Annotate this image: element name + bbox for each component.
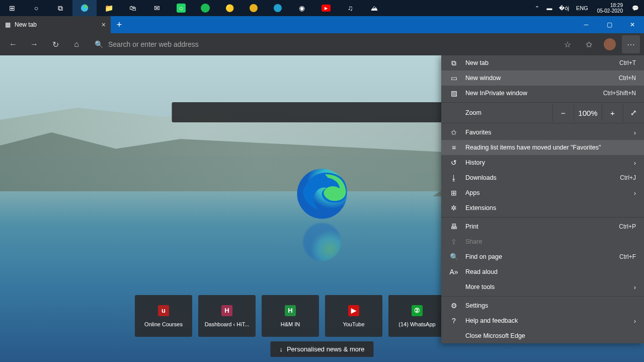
taskbar-tray: ⌃ ▬ �ój ENG 18:29 05-02-2020 💬 <box>535 3 644 14</box>
quick-link-tile[interactable]: H H&M IN <box>262 295 319 337</box>
explorer-icon[interactable]: 📁 <box>97 0 121 16</box>
favorites-button[interactable]: ✩ <box>580 35 598 53</box>
browser-titlebar: ▦ New tab × + ─ ▢ ✕ <box>0 16 644 33</box>
menu-item-label: Print <box>465 223 478 230</box>
menu-item[interactable]: ⭳ DownloadsCtrl+J <box>441 170 644 185</box>
menu-item[interactable]: ▭ New windowCtrl+N <box>441 70 644 86</box>
quick-link-tile[interactable]: ▶ YouTube <box>325 295 382 337</box>
tab-close-button[interactable]: × <box>102 21 106 29</box>
tray-chevron-icon[interactable]: ⌃ <box>535 5 539 12</box>
menu-item-label: Read aloud <box>465 268 498 275</box>
menu-item[interactable]: 🔍 Find on pageCtrl+F <box>441 249 644 264</box>
menu-item-label: Help and feedback <box>465 317 518 324</box>
zoom-label: Zoom <box>441 109 481 116</box>
new-tab-button[interactable]: + <box>111 16 128 33</box>
edge-logo-reflection <box>292 222 352 267</box>
mail-icon[interactable]: ✉ <box>145 0 169 16</box>
menu-shortcut: Ctrl+J <box>620 174 636 181</box>
minimize-button[interactable]: ─ <box>575 16 598 33</box>
menu-shortcut: Ctrl+F <box>619 253 636 260</box>
more-menu-button[interactable]: ⋯ <box>622 35 640 53</box>
menu-item[interactable]: ≡ Reading list items have moved under "F… <box>441 140 644 155</box>
app2-icon[interactable]: ♫ <box>338 0 362 16</box>
menu-item[interactable]: ⊞ Apps› <box>441 185 644 200</box>
quick-link-tile[interactable]: u Online Courses <box>135 295 192 337</box>
address-bar[interactable]: 🔍 Search or enter web address <box>89 36 555 52</box>
ntp-search-box[interactable] <box>172 102 472 122</box>
menu-item[interactable]: A» Read aloud <box>441 264 644 279</box>
menu-item[interactable]: ↺ History› <box>441 155 644 170</box>
menu-item[interactable]: 🖶 PrintCtrl+P <box>441 219 644 234</box>
address-placeholder: Search or enter web address <box>108 40 199 48</box>
refresh-button[interactable]: ↻ <box>46 35 64 53</box>
chrome-icon[interactable]: ◉ <box>290 0 314 16</box>
lang-indicator[interactable]: ENG <box>576 5 588 11</box>
menu-item[interactable]: ✲ Extensions <box>441 200 644 215</box>
tile-label: (14) WhatsApp <box>398 321 435 327</box>
task-view-icon[interactable]: ⧉ <box>48 0 72 16</box>
menu-item[interactable]: More tools› <box>441 279 644 295</box>
menu-item[interactable]: ⚙ Settings <box>441 298 644 313</box>
edge-taskbar-icon[interactable] <box>72 0 97 16</box>
zoom-out-button[interactable]: − <box>552 104 574 121</box>
maximize-button[interactable]: ▢ <box>598 16 621 33</box>
tile-favicon-icon: H <box>285 305 296 316</box>
menu-item-icon: ⧉ <box>449 59 458 67</box>
spotify-icon[interactable] <box>193 0 217 16</box>
chevron-right-icon: › <box>634 189 636 197</box>
menu-item-icon: ⭳ <box>449 174 458 182</box>
taskbar-apps: ⊞ ○ ⧉ 📁 🛍 ✉ ○ 🟡 ◉ ▶ ♫ ⛰ <box>0 0 386 16</box>
menu-item-label: Share <box>465 238 482 245</box>
menu-item-label: Downloads <box>465 174 497 181</box>
menu-shortcut: Ctrl+T <box>619 59 636 66</box>
home-button[interactable]: ⌂ <box>67 35 86 53</box>
cortana-icon[interactable]: ○ <box>24 0 48 16</box>
menu-item-icon: ≡ <box>449 143 458 152</box>
menu-shortcut: Ctrl+Shift+N <box>603 90 636 97</box>
menu-shortcut: Ctrl+P <box>619 223 636 230</box>
forward-button[interactable]: → <box>25 35 43 53</box>
app3-icon[interactable]: ⛰ <box>362 0 386 16</box>
menu-item[interactable]: ✩ Favorites› <box>441 125 644 140</box>
menu-item-icon: ⊞ <box>449 189 458 197</box>
quick-link-tile[interactable]: H Dashboard ‹ HiT... <box>198 295 256 337</box>
edge-beta-icon[interactable] <box>266 0 290 16</box>
tile-label: Dashboard ‹ HiT... <box>205 321 250 327</box>
menu-item-icon: ⚙ <box>449 302 458 310</box>
tile-favicon-icon: u <box>158 305 169 316</box>
whatsapp-taskbar-icon[interactable]: ○ <box>169 0 193 16</box>
start-button[interactable]: ⊞ <box>0 0 24 16</box>
chevron-right-icon: › <box>634 283 636 291</box>
app-icon[interactable]: 🟡 <box>217 0 242 16</box>
menu-item[interactable]: ▨ New InPrivate windowCtrl+Shift+N <box>441 86 644 101</box>
browser-toolbar: ← → ↻ ⌂ 🔍 Search or enter web address ☆ … <box>0 33 644 55</box>
edge-canary-icon[interactable] <box>242 0 266 16</box>
menu-item[interactable]: ? Help and feedback› <box>441 313 644 328</box>
store-icon[interactable]: 🛍 <box>121 0 145 16</box>
news-toggle-button[interactable]: ↓ Personalised news & more <box>270 341 373 357</box>
menu-item-label: Apps <box>465 189 480 196</box>
menu-item-label: Close Microsoft Edge <box>465 332 525 339</box>
wifi-icon[interactable]: �ój <box>559 5 569 12</box>
menu-item-icon: ⇪ <box>449 238 458 246</box>
clock[interactable]: 18:29 05-02-2020 <box>595 3 625 14</box>
favorite-star-button[interactable]: ☆ <box>558 35 577 53</box>
close-window-button[interactable]: ✕ <box>621 16 644 33</box>
battery-icon[interactable]: ▬ <box>546 5 552 11</box>
menu-item[interactable]: Close Microsoft Edge <box>441 328 644 343</box>
menu-item-icon: ▨ <box>449 89 458 97</box>
notifications-icon[interactable]: 💬 <box>632 5 639 12</box>
fullscreen-button[interactable]: ⤢ <box>623 104 644 121</box>
youtube-icon[interactable]: ▶ <box>314 0 338 16</box>
back-button[interactable]: ← <box>4 35 22 53</box>
chevron-right-icon: › <box>634 159 636 167</box>
browser-tab[interactable]: ▦ New tab × <box>0 16 111 33</box>
menu-item-icon: ? <box>449 317 458 325</box>
menu-item-icon: ▭ <box>449 74 458 82</box>
more-menu: ⧉ New tabCtrl+T▭ New windowCtrl+N▨ New I… <box>441 55 644 343</box>
chevron-down-icon: ↓ <box>279 345 283 353</box>
menu-item[interactable]: ⧉ New tabCtrl+T <box>441 55 644 70</box>
zoom-in-button[interactable]: + <box>602 104 623 121</box>
quick-link-tile[interactable]: ② (14) WhatsApp <box>388 295 446 337</box>
profile-button[interactable] <box>601 35 619 53</box>
